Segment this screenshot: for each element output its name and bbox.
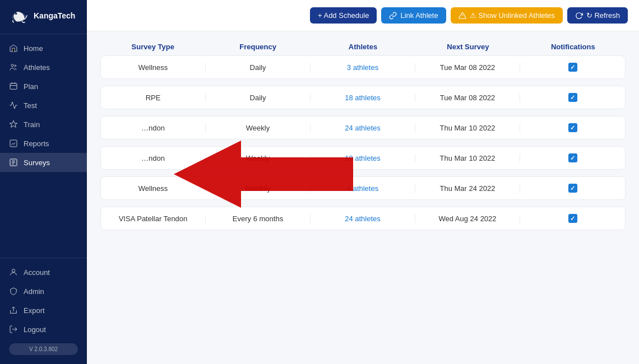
- table-row[interactable]: …ndonWeekly24 athletesThu Mar 10 2022: [100, 116, 626, 139]
- sidebar-item-logout-label: Logout: [24, 325, 46, 334]
- sidebar-item-plan-label: Plan: [24, 82, 38, 91]
- col-header-notifications: Notifications: [521, 43, 626, 51]
- sidebar-item-export[interactable]: Export: [0, 301, 87, 320]
- refresh-button[interactable]: ↻ Refresh: [567, 7, 628, 24]
- sidebar-item-admin-label: Admin: [24, 287, 44, 296]
- show-unlinked-button[interactable]: ⚠ Show Unlinked Athletes: [451, 7, 563, 24]
- sidebar-item-reports-label: Reports: [24, 139, 49, 148]
- show-unlinked-label: ⚠ Show Unlinked Athletes: [470, 11, 555, 20]
- sidebar-item-home-label: Home: [24, 44, 43, 53]
- notifications-cell[interactable]: [520, 63, 625, 72]
- sidebar-item-athletes-label: Athletes: [24, 63, 50, 72]
- sidebar-item-reports[interactable]: Reports: [0, 134, 87, 153]
- table-row[interactable]: VISA Patellar TendonEvery 6 months24 ath…: [100, 207, 626, 230]
- nav-bottom: Account Admin Export Logout V 2.0.3.802: [0, 263, 87, 364]
- content-area: Survey Type Frequency Athletes Next Surv…: [87, 31, 639, 364]
- notification-checkbox[interactable]: [568, 123, 577, 132]
- test-icon: [9, 101, 18, 110]
- sidebar-item-admin[interactable]: Admin: [0, 282, 87, 301]
- col-header-athletes: Athletes: [311, 43, 415, 51]
- athletes-cell[interactable]: 3 athletes: [311, 63, 415, 72]
- table-row[interactable]: WellnessMonthly4 athletesThu Mar 24 2022: [100, 176, 626, 200]
- warning-icon: [459, 12, 466, 20]
- next-survey-cell: Tue Mar 08 2022: [415, 94, 520, 102]
- sidebar-item-account-label: Account: [24, 268, 50, 277]
- svg-rect-4: [10, 83, 17, 90]
- notification-checkbox[interactable]: [568, 214, 577, 223]
- notification-checkbox[interactable]: [568, 153, 577, 162]
- survey-type-cell: …ndon: [101, 154, 206, 162]
- home-icon: [9, 44, 18, 53]
- athletes-cell[interactable]: 4 athletes: [311, 184, 415, 193]
- svg-point-7: [12, 269, 15, 272]
- sidebar-divider: [0, 258, 87, 258]
- link-athlete-label: Link Athlete: [400, 11, 438, 20]
- refresh-icon: [575, 12, 583, 20]
- athletes-cell[interactable]: 24 athletes: [311, 124, 415, 132]
- frequency-cell: Every 6 months: [206, 214, 311, 223]
- sidebar-item-surveys[interactable]: Surveys: [0, 153, 87, 172]
- notification-checkbox[interactable]: [568, 184, 577, 193]
- next-survey-cell: Thu Mar 10 2022: [415, 154, 520, 162]
- sidebar-item-test-label: Test: [24, 101, 37, 110]
- notifications-cell[interactable]: [520, 153, 625, 162]
- main-content: + Add Schedule Link Athlete ⚠ Show Unlin…: [87, 0, 639, 364]
- sidebar-item-surveys-label: Surveys: [24, 158, 50, 167]
- svg-point-3: [15, 65, 16, 67]
- sidebar-item-athletes[interactable]: Athletes: [0, 58, 87, 77]
- survey-type-cell: …ndon: [101, 124, 206, 132]
- table-row[interactable]: …ndonWeekly19 athletesThu Mar 10 2022: [100, 146, 626, 170]
- logo-icon: [9, 8, 29, 24]
- table-row[interactable]: RPEDaily18 athletesTue Mar 08 2022: [100, 86, 626, 109]
- survey-type-cell: RPE: [101, 94, 206, 102]
- athletes-cell[interactable]: 24 athletes: [311, 214, 415, 223]
- table-row[interactable]: WellnessDaily3 athletesTue Mar 08 2022: [100, 55, 626, 79]
- next-survey-cell: Wed Aug 24 2022: [415, 214, 520, 223]
- surveys-icon: [9, 158, 18, 167]
- notification-checkbox[interactable]: [568, 93, 577, 102]
- athletes-icon: [9, 63, 18, 72]
- version-badge: V 2.0.3.802: [9, 343, 78, 355]
- athletes-cell[interactable]: 18 athletes: [311, 94, 415, 102]
- notifications-cell[interactable]: [520, 123, 625, 132]
- notifications-cell[interactable]: [520, 184, 625, 193]
- export-icon: [9, 306, 18, 315]
- sidebar: KangaTech Home Athletes Plan Test Train …: [0, 0, 87, 364]
- account-icon: [9, 268, 18, 277]
- col-header-frequency: Frequency: [205, 43, 310, 51]
- next-survey-cell: Thu Mar 10 2022: [415, 124, 520, 132]
- notifications-cell[interactable]: [520, 93, 625, 102]
- logo: KangaTech: [0, 0, 87, 34]
- svg-point-2: [11, 64, 13, 67]
- notifications-cell[interactable]: [520, 214, 625, 223]
- frequency-cell: Daily: [206, 63, 311, 72]
- frequency-cell: Daily: [206, 94, 311, 102]
- frequency-cell: Monthly: [206, 184, 311, 193]
- add-schedule-button[interactable]: + Add Schedule: [310, 7, 377, 24]
- sidebar-item-account[interactable]: Account: [0, 263, 87, 282]
- reports-icon: [9, 139, 18, 148]
- sidebar-item-home[interactable]: Home: [0, 39, 87, 58]
- frequency-cell: Weekly: [206, 124, 311, 132]
- next-survey-cell: Thu Mar 24 2022: [415, 184, 520, 193]
- topbar: + Add Schedule Link Athlete ⚠ Show Unlin…: [87, 0, 639, 31]
- sidebar-item-logout[interactable]: Logout: [0, 320, 87, 339]
- sidebar-item-plan[interactable]: Plan: [0, 77, 87, 96]
- next-survey-cell: Tue Mar 08 2022: [415, 63, 520, 72]
- plan-icon: [9, 82, 18, 91]
- link-athlete-button[interactable]: Link Athlete: [381, 7, 446, 24]
- logout-icon: [9, 325, 18, 334]
- table-body: WellnessDaily3 athletesTue Mar 08 2022RP…: [100, 55, 626, 234]
- sidebar-item-train[interactable]: Train: [0, 115, 87, 134]
- sidebar-item-test[interactable]: Test: [0, 96, 87, 115]
- survey-type-cell: VISA Patellar Tendon: [101, 214, 206, 223]
- col-header-next-survey: Next Survey: [415, 43, 520, 51]
- notification-checkbox[interactable]: [568, 63, 577, 72]
- admin-icon: [9, 287, 18, 296]
- athletes-cell[interactable]: 19 athletes: [311, 154, 415, 162]
- svg-point-1: [15, 13, 17, 15]
- frequency-cell: Weekly: [206, 154, 311, 162]
- nav-main: Home Athletes Plan Test Train Reports Su…: [0, 34, 87, 253]
- link-icon: [389, 12, 397, 20]
- table-header: Survey Type Frequency Athletes Next Surv…: [100, 43, 626, 55]
